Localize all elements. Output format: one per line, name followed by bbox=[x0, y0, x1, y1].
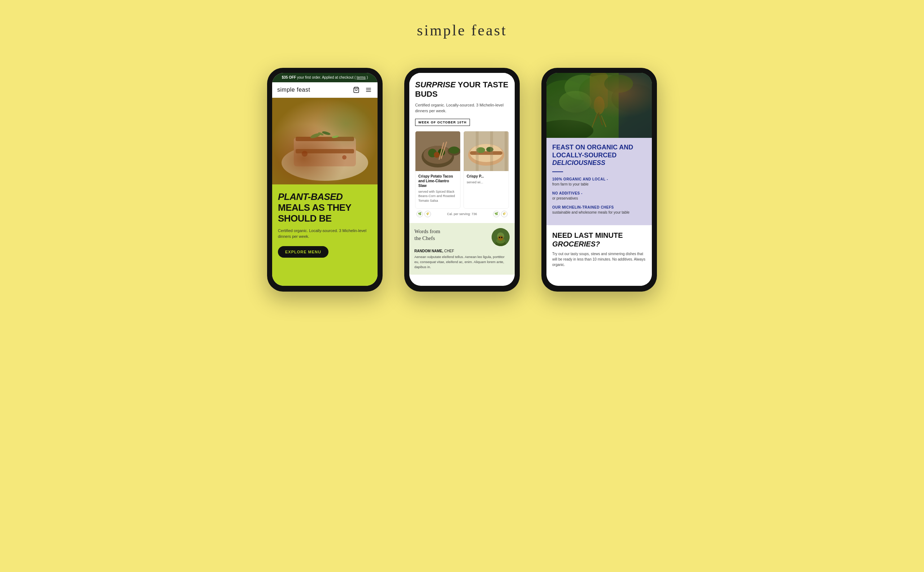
meal-icons-2: 🌿 🌾 bbox=[493, 211, 507, 217]
meal-card-2-desc: served wi... bbox=[467, 180, 506, 185]
svg-point-15 bbox=[302, 151, 308, 157]
nav-icons bbox=[352, 86, 372, 94]
svg-rect-10 bbox=[296, 155, 354, 159]
purple-divider bbox=[552, 171, 563, 172]
nav-bar: simple feast bbox=[272, 82, 378, 98]
promo-highlight: $35 OFF bbox=[282, 75, 296, 79]
feature-additives: NO ADDITIVES - or preservatives bbox=[552, 191, 646, 201]
svg-point-22 bbox=[434, 152, 440, 158]
feature-chefs: OUR MICHELIN-TRAINED CHEFS sustainable a… bbox=[552, 205, 646, 215]
svg-rect-56 bbox=[619, 73, 652, 138]
grocery-desc: Try out our tasty soups, stews and simme… bbox=[552, 251, 646, 267]
meal-footer: 🌿 🌾 Cal. per serving: 736 🌿 🌾 bbox=[415, 208, 509, 219]
grocery-title: NEED LAST MINUTE GROCERIES? bbox=[552, 231, 646, 248]
chef-header: Words from the Chefs bbox=[414, 228, 510, 246]
svg-point-12 bbox=[322, 131, 331, 136]
grain-icon: 🌾 bbox=[425, 211, 431, 217]
chef-quote: Aenean vulputate eleifend tellus. Aenean… bbox=[414, 255, 510, 270]
grocery-title-regular: NEED LAST MINUTE bbox=[552, 231, 623, 239]
nav-logo: simple feast bbox=[277, 87, 352, 93]
surprise-subtitle: Certified organic. Locally-sourced. 3 Mi… bbox=[415, 102, 509, 114]
week-badge: WEEK OF OCTOBER 10TH bbox=[415, 119, 470, 126]
feast-title-regular: FEAST ON ORGANIC AND LOCALLY-SOURCED bbox=[552, 144, 633, 159]
hero-title-rest: MEALS AS THEY SHOULD BE bbox=[278, 202, 351, 224]
chef-section: Words from the Chefs bbox=[409, 223, 515, 275]
phone-3: FEAST ON ORGANIC AND LOCALLY-SOURCED DEL… bbox=[541, 68, 657, 292]
svg-rect-7 bbox=[296, 137, 354, 141]
svg-rect-9 bbox=[296, 149, 354, 153]
cart-icon[interactable] bbox=[352, 86, 360, 94]
leaf-icon-2: 🌿 bbox=[493, 211, 499, 217]
hero-title: PLANT-BASED MEALS AS THEY SHOULD BE bbox=[278, 192, 372, 224]
svg-point-57 bbox=[604, 75, 633, 93]
phones-container: $35 OFF your first order. Applied at che… bbox=[209, 68, 715, 292]
svg-point-49 bbox=[559, 91, 591, 113]
surprise-title: SURPRISE YOUR TASTE BUDS bbox=[415, 80, 509, 99]
meal-card-1: Crispy Potato Tacos and Lime-Cilantro Sl… bbox=[415, 131, 460, 208]
promo-middle: your first order. Applied at checkout ( bbox=[297, 75, 356, 79]
feature-organic-desc: from farm to your table bbox=[552, 182, 646, 187]
svg-line-55 bbox=[601, 115, 606, 127]
meal-card-1-name: Crispy Potato Tacos and Lime-Cilantro Sl… bbox=[418, 174, 457, 188]
svg-point-46 bbox=[565, 75, 600, 100]
phone-3-screen: FEAST ON ORGANIC AND LOCALLY-SOURCED DEL… bbox=[546, 73, 652, 286]
hero-title-italic: PLANT-BASED bbox=[278, 191, 342, 202]
svg-point-16 bbox=[342, 155, 347, 160]
svg-rect-6 bbox=[294, 137, 356, 166]
svg-rect-44 bbox=[546, 73, 652, 138]
meal-card-2: Crispy P... served wi... bbox=[464, 131, 509, 208]
food-image bbox=[272, 98, 378, 184]
meal-card-2-name: Crispy P... bbox=[467, 174, 506, 179]
feature-chefs-title: OUR MICHELIN-TRAINED CHEFS bbox=[552, 205, 646, 209]
svg-rect-8 bbox=[296, 143, 354, 147]
page-title: simple feast bbox=[417, 22, 507, 39]
meal-cards: Crispy Potato Tacos and Lime-Cilantro Sl… bbox=[415, 131, 509, 208]
meal-card-1-desc: served with Spiced Black Beans-Corn and … bbox=[418, 190, 457, 203]
feature-additives-desc: or preservatives bbox=[552, 196, 646, 201]
svg-point-5 bbox=[282, 145, 368, 181]
svg-point-42 bbox=[499, 237, 500, 238]
phone-2-content: SURPRISE YOUR TASTE BUDS Certified organ… bbox=[409, 73, 515, 275]
words-from-title: Words from the Chefs bbox=[414, 228, 440, 242]
menu-icon[interactable] bbox=[364, 86, 372, 94]
meal-icons: 🌿 🌾 bbox=[417, 211, 431, 217]
svg-line-54 bbox=[591, 113, 597, 129]
svg-rect-30 bbox=[470, 151, 502, 155]
svg-rect-4 bbox=[272, 98, 378, 184]
feature-chefs-desc: sustainable and wholesome meals for your… bbox=[552, 210, 646, 215]
feature-organic: 100% ORGANIC AND LOCAL - from farm to yo… bbox=[552, 177, 646, 187]
svg-point-43 bbox=[501, 237, 502, 238]
meal-card-1-info: Crispy Potato Tacos and Lime-Cilantro Sl… bbox=[415, 171, 460, 208]
svg-point-51 bbox=[594, 96, 605, 114]
svg-point-45 bbox=[546, 80, 586, 109]
grocery-title-italic: GROCERIES? bbox=[552, 240, 600, 248]
svg-point-11 bbox=[310, 132, 321, 139]
calorie-text: Cal. per serving: 736 bbox=[447, 212, 477, 216]
svg-point-41 bbox=[498, 236, 504, 241]
phone-2: SURPRISE YOUR TASTE BUDS Certified organ… bbox=[404, 68, 520, 292]
explore-menu-button[interactable]: EXPLORE MENU bbox=[278, 246, 328, 258]
svg-line-53 bbox=[599, 114, 602, 125]
svg-point-13 bbox=[332, 135, 339, 138]
feature-organic-title: 100% ORGANIC AND LOCAL - bbox=[552, 177, 646, 181]
svg-point-48 bbox=[611, 84, 652, 113]
grain-icon-2: 🌾 bbox=[501, 211, 507, 217]
svg-point-47 bbox=[579, 75, 630, 107]
feature-additives-title: NO ADDITIVES - bbox=[552, 191, 646, 195]
farm-image bbox=[546, 73, 652, 138]
promo-suffix: ) bbox=[367, 75, 368, 79]
purple-section: FEAST ON ORGANIC AND LOCALLY-SOURCED DEL… bbox=[546, 138, 652, 225]
feast-title-italic: DELICIOUSNESS bbox=[552, 159, 605, 166]
promo-bar: $35 OFF your first order. Applied at che… bbox=[272, 73, 378, 82]
phone-2-screen: SURPRISE YOUR TASTE BUDS Certified organ… bbox=[409, 73, 515, 286]
phone-1-screen: $35 OFF your first order. Applied at che… bbox=[272, 73, 378, 286]
promo-link[interactable]: terms bbox=[356, 75, 366, 79]
chef-avatar bbox=[492, 228, 510, 246]
surprise-title-italic: SURPRISE bbox=[415, 80, 456, 89]
phone-1: $35 OFF your first order. Applied at che… bbox=[267, 68, 383, 292]
svg-rect-50 bbox=[590, 73, 608, 109]
svg-point-26 bbox=[449, 146, 459, 154]
food-image-placeholder bbox=[272, 98, 378, 184]
svg-point-58 bbox=[546, 120, 593, 138]
svg-line-52 bbox=[593, 113, 599, 123]
